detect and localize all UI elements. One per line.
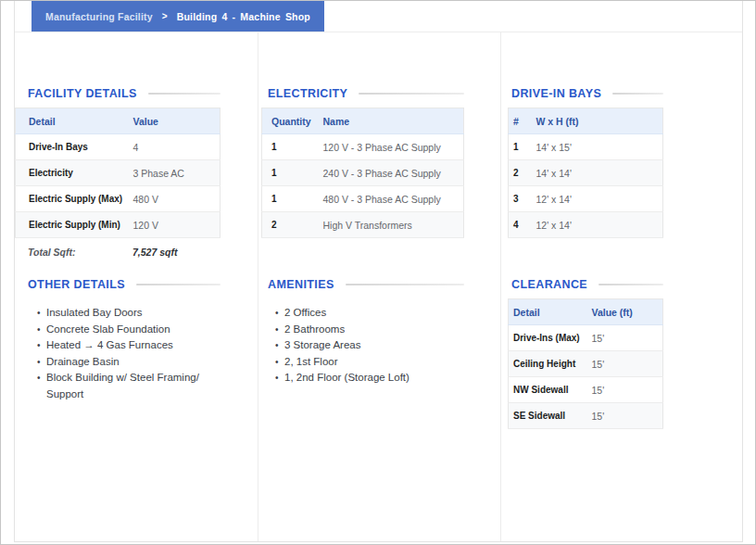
section-header: AMENITIES	[261, 278, 464, 290]
section-other-details: OTHER DETAILS Insulated Bay Doors Concre…	[15, 278, 220, 402]
table-row: 1 240 V - 3 Phase AC Supply	[262, 160, 464, 186]
section-electricity: ELECTRICITY Quantity Name 1 120	[261, 87, 464, 238]
table-row: Electric Supply (Min) 120 V	[16, 212, 220, 238]
row-label: Drive-In Bays	[16, 134, 120, 160]
table-row: SE Sidewall 15'	[509, 403, 663, 429]
drive-in-bays-table: # W x H (ft) 1 14' x 15' 2 14' x 14'	[508, 108, 663, 238]
table-header-row: Detail Value	[16, 108, 220, 134]
breadcrumb: Manufacturing Facility > Building 4 - Ma…	[32, 1, 324, 32]
list-item: 2, 1st Floor	[275, 354, 464, 371]
column-header-detail: Detail	[16, 108, 120, 134]
breadcrumb-current-page: Building 4 - Machine Shop	[177, 11, 310, 22]
row-value: 15'	[587, 351, 663, 377]
row-number: 1	[509, 134, 532, 160]
breadcrumb-parent-link[interactable]: Manufacturing Facility	[45, 11, 153, 22]
table-header-row: Detail Value (ft)	[509, 299, 663, 325]
content-columns: FACILITY DETAILS Detail Value Drive-In B…	[15, 32, 742, 541]
section-title: ELECTRICITY	[268, 87, 347, 100]
row-number: 4	[509, 212, 532, 238]
row-value: 15'	[587, 325, 663, 351]
section-header: OTHER DETAILS	[15, 278, 220, 290]
row-dimensions: 14' x 14'	[532, 160, 663, 186]
row-name: 480 V - 3 Phase AC Supply	[314, 186, 464, 212]
section-title: AMENITIES	[268, 278, 334, 291]
row-dimensions: 12' x 14'	[532, 212, 663, 238]
row-label: Electricity	[16, 160, 120, 186]
row-dimensions: 12' x 14'	[532, 186, 663, 212]
section-divider	[346, 284, 464, 285]
amenities-list: 2 Offices 2 Bathrooms 3 Storage Areas	[275, 305, 464, 354]
top-bar: Manufacturing Facility > Building 4 - Ma…	[15, 1, 742, 32]
table-header-row: Quantity Name	[262, 108, 464, 134]
list-item: Block Building w/ Steel Framing/ Support	[37, 370, 208, 402]
section-divider	[598, 284, 663, 285]
app-window: { "breadcrumb": { "parent": "Manufacturi…	[0, 0, 756, 545]
table-row: 1 120 V - 3 Phase AC Supply	[262, 134, 464, 160]
section-drive-in-bays: DRIVE-IN BAYS # W x H (ft) 1 14'	[508, 87, 663, 238]
table-row: 1 480 V - 3 Phase AC Supply	[262, 186, 464, 212]
section-header: ELECTRICITY	[261, 87, 464, 99]
column-header-dimensions: W x H (ft)	[532, 108, 663, 134]
column-header-number: #	[509, 108, 532, 134]
section-clearance: CLEARANCE Detail Value (ft) Drive-Ins (M…	[508, 278, 663, 429]
row-dimensions: 14' x 15'	[532, 134, 663, 160]
clearance-table: Detail Value (ft) Drive-Ins (Max) 15' Ce…	[508, 298, 663, 429]
table-row: Electricity 3 Phase AC	[16, 160, 220, 186]
column-right: DRIVE-IN BAYS # W x H (ft) 1 14'	[501, 32, 742, 541]
table-row: Drive-Ins (Max) 15'	[509, 325, 663, 351]
row-label: NW Sidewall	[509, 377, 587, 403]
section-title: FACILITY DETAILS	[28, 87, 137, 100]
table-row: 4 12' x 14'	[509, 212, 663, 238]
other-details-list: Insulated Bay Doors Concrete Slab Founda…	[37, 305, 208, 402]
row-label: SE Sidewall	[509, 403, 587, 429]
table-row: NW Sidewall 15'	[509, 377, 663, 403]
section-facility-details: FACILITY DETAILS Detail Value Drive-In B…	[15, 87, 220, 265]
facility-details-table: Detail Value Drive-In Bays 4 Electricity…	[15, 108, 220, 238]
section-divider	[612, 93, 663, 95]
row-label: Electric Supply (Min)	[16, 212, 120, 238]
list-item: Drainage Basin	[37, 354, 208, 371]
section-amenities: AMENITIES 2 Offices 2 Bathrooms 3 Storag…	[261, 278, 464, 387]
total-sqft-value: 7,527 sqft	[132, 247, 177, 258]
row-value: 3 Phase AC	[120, 160, 220, 186]
row-label: Electric Supply (Max)	[16, 186, 120, 212]
facility-page: Manufacturing Facility > Building 4 - Ma…	[14, 1, 743, 542]
row-value: 480 V	[120, 186, 220, 212]
list-item: Heated → 4 Gas Furnaces	[37, 337, 208, 354]
column-left: FACILITY DETAILS Detail Value Drive-In B…	[15, 32, 258, 541]
row-value: 15'	[587, 403, 663, 429]
row-value: 120 V	[120, 212, 220, 238]
table-row: 2 14' x 14'	[509, 160, 663, 186]
row-value: 4	[120, 134, 220, 160]
table-row: 3 12' x 14'	[509, 186, 663, 212]
section-header: CLEARANCE	[508, 278, 663, 290]
amenities-sub-list: 2, 1st Floor 1, 2nd Floor (Storage Loft)	[275, 354, 464, 387]
section-divider	[359, 93, 464, 95]
column-middle: ELECTRICITY Quantity Name 1 120	[258, 32, 501, 541]
list-item: 1, 2nd Floor (Storage Loft)	[275, 370, 464, 387]
row-value: 15'	[587, 377, 663, 403]
total-sqft-label: Total Sqft:	[15, 247, 132, 258]
total-sqft-row: Total Sqft: 7,527 sqft	[15, 239, 220, 265]
table-row: Drive-In Bays 4	[16, 134, 220, 160]
row-label: Ceiling Height	[509, 351, 587, 377]
table-row: 1 14' x 15'	[509, 134, 663, 160]
column-header-detail: Detail	[509, 299, 587, 325]
section-header: FACILITY DETAILS	[15, 87, 220, 99]
section-title: CLEARANCE	[511, 278, 587, 291]
electricity-table: Quantity Name 1 120 V - 3 Phase AC Suppl…	[261, 108, 464, 238]
table-row: 2 High V Transformers	[262, 212, 464, 238]
row-number: 2	[509, 160, 532, 186]
section-divider	[136, 284, 220, 285]
row-quantity: 1	[262, 134, 314, 160]
table-header-row: # W x H (ft)	[509, 108, 663, 134]
section-title: DRIVE-IN BAYS	[511, 87, 601, 100]
list-item: 2 Bathrooms	[275, 322, 464, 338]
list-item: Insulated Bay Doors	[37, 305, 208, 322]
row-quantity: 1	[262, 186, 314, 212]
section-header: DRIVE-IN BAYS	[508, 87, 663, 99]
row-label: Drive-Ins (Max)	[509, 325, 587, 351]
row-number: 3	[509, 186, 532, 212]
section-divider	[148, 93, 220, 95]
list-item: 2 Offices	[275, 305, 464, 322]
